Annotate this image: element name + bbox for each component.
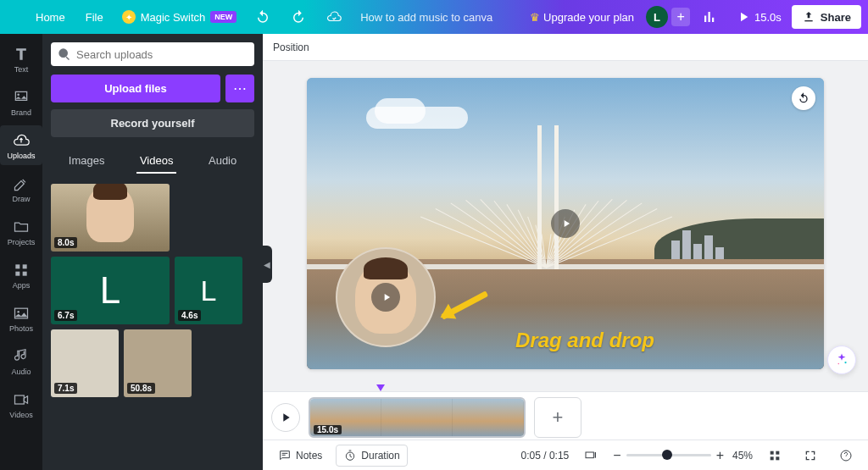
timeline: 15.0s + xyxy=(263,391,868,440)
video-thumb[interactable]: L4.6s xyxy=(175,257,242,324)
svg-rect-15 xyxy=(771,456,774,460)
playhead[interactable] xyxy=(303,386,868,393)
present-button[interactable]: 15.0s xyxy=(729,6,788,28)
svg-rect-1 xyxy=(15,264,19,268)
search-icon xyxy=(58,47,71,61)
new-badge: NEW xyxy=(210,11,236,23)
fullscreen-button[interactable] xyxy=(797,445,824,466)
svg-rect-4 xyxy=(23,272,27,276)
svg-rect-2 xyxy=(23,264,27,268)
search-input[interactable] xyxy=(76,48,248,61)
help-button[interactable] xyxy=(832,445,860,466)
bottom-bar: Notes Duration 0:05 / 0:15 − + 45% xyxy=(263,440,868,470)
video-thumb[interactable]: L6.7s xyxy=(51,257,170,324)
zoom-out-icon[interactable]: − xyxy=(613,448,620,463)
tab-images[interactable]: Images xyxy=(65,149,108,174)
drag-drop-label: Drag and drop xyxy=(515,329,654,352)
rail-apps[interactable]: Apps xyxy=(0,255,42,295)
magic-switch-label: Magic Switch xyxy=(141,11,206,24)
uploads-panel: Upload files ⋯ Record yourself Images Vi… xyxy=(42,34,263,470)
rail-audio[interactable]: Audio xyxy=(0,341,42,381)
svg-rect-12 xyxy=(595,452,596,458)
analytics-button[interactable] xyxy=(693,4,726,30)
view-mode-button[interactable] xyxy=(577,445,604,466)
upgrade-button[interactable]: ♛Upgrade your plan xyxy=(521,6,643,29)
webcam-overlay[interactable] xyxy=(336,247,436,347)
video-thumb[interactable]: 8.0s xyxy=(51,184,170,252)
crown-icon: ♛ xyxy=(530,11,540,24)
notes-button[interactable]: Notes xyxy=(271,445,329,466)
cloud-sync-icon[interactable] xyxy=(318,4,350,30)
redo-button[interactable] xyxy=(282,4,314,30)
svg-rect-7 xyxy=(15,395,25,404)
add-collaborator-button[interactable]: + xyxy=(671,8,690,26)
add-clip-button[interactable]: + xyxy=(534,397,581,438)
file-button[interactable]: File xyxy=(77,6,112,29)
refresh-icon[interactable] xyxy=(792,86,815,110)
time-display: 0:05 / 0:15 xyxy=(521,450,570,462)
rail-text[interactable]: Text xyxy=(0,39,42,79)
undo-button[interactable] xyxy=(247,4,279,30)
magic-fab[interactable] xyxy=(827,346,856,374)
video-thumb[interactable]: 7.1s xyxy=(51,329,119,397)
play-icon[interactable] xyxy=(551,209,580,238)
rail-draw[interactable]: Draw xyxy=(0,169,42,208)
svg-rect-13 xyxy=(771,451,774,454)
sparkle-icon: ✦ xyxy=(122,10,136,24)
tab-audio[interactable]: Audio xyxy=(205,149,240,174)
avatar[interactable]: L xyxy=(646,6,668,28)
video-thumbnails: 8.0s L6.7s L4.6s 7.1s 50.8s xyxy=(51,184,254,397)
play-icon[interactable] xyxy=(371,283,400,312)
top-bar: Home File ✦ Magic Switch NEW How to add … xyxy=(0,0,868,34)
upload-files-button[interactable]: Upload files xyxy=(51,75,220,102)
rail-projects[interactable]: Projects xyxy=(0,212,42,252)
svg-rect-11 xyxy=(586,452,593,458)
svg-rect-14 xyxy=(776,451,779,454)
rail-uploads[interactable]: Uploads xyxy=(0,125,42,165)
menu-button[interactable] xyxy=(7,7,24,27)
grid-view-button[interactable] xyxy=(761,445,788,466)
video-thumb[interactable]: 50.8s xyxy=(124,329,192,397)
zoom-slider[interactable] xyxy=(626,454,711,456)
stage[interactable]: Drag and drop xyxy=(263,61,868,386)
rail-photos[interactable]: Photos xyxy=(0,298,42,338)
svg-rect-3 xyxy=(15,272,19,276)
svg-rect-16 xyxy=(776,456,779,460)
position-toolbar[interactable]: Position xyxy=(263,34,868,61)
duration-button[interactable]: Duration xyxy=(336,445,407,467)
left-rail: Text Brand Uploads Draw Projects Apps Ph… xyxy=(0,34,42,470)
share-button[interactable]: Share xyxy=(792,5,861,29)
search-input-wrap[interactable] xyxy=(51,42,254,66)
svg-point-0 xyxy=(17,93,19,96)
magic-switch-button[interactable]: ✦ Magic Switch NEW xyxy=(115,7,244,27)
panel-tabs: Images Videos Audio xyxy=(51,149,254,174)
svg-point-9 xyxy=(838,363,840,365)
timeline-clip[interactable]: 15.0s xyxy=(309,397,526,438)
rail-brand[interactable]: Brand xyxy=(0,82,42,122)
zoom-value: 45% xyxy=(732,450,753,462)
tab-videos[interactable]: Videos xyxy=(136,149,177,174)
record-yourself-button[interactable]: Record yourself xyxy=(51,109,254,137)
slide[interactable]: Drag and drop xyxy=(307,78,824,369)
canvas-area: Position Drag and drop xyxy=(263,34,868,470)
timeline-play-button[interactable] xyxy=(271,403,300,432)
home-button[interactable]: Home xyxy=(27,6,74,29)
upload-more-button[interactable]: ⋯ xyxy=(225,75,254,102)
svg-point-6 xyxy=(17,311,19,313)
document-title[interactable]: How to add music to canva xyxy=(360,11,492,24)
rail-videos[interactable]: Videos xyxy=(0,384,42,424)
svg-point-8 xyxy=(844,362,846,363)
zoom-in-icon[interactable]: + xyxy=(716,448,724,463)
